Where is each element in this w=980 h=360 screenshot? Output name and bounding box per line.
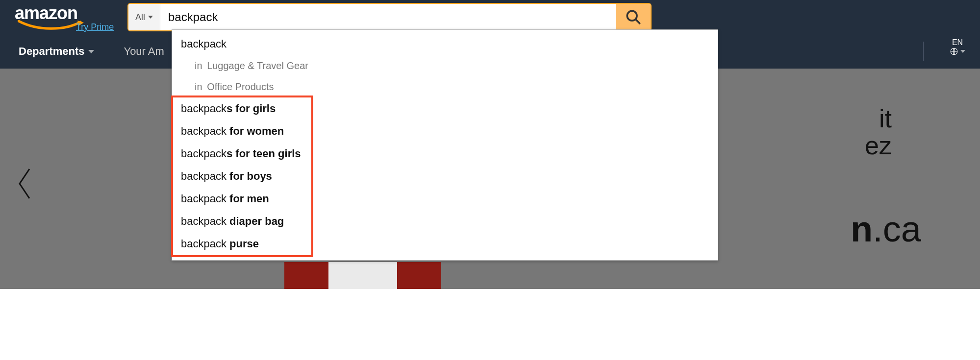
svg-line-1 bbox=[635, 19, 640, 24]
chevron-down-icon bbox=[148, 16, 153, 19]
hero-brand-logo: n.ca bbox=[851, 208, 921, 250]
amazon-logo[interactable]: amazon Try Prime bbox=[15, 2, 127, 32]
hero-product-thumb bbox=[284, 262, 328, 289]
autocomplete-prefix: backpack bbox=[181, 192, 226, 205]
autocomplete-suffix: s for teen girls bbox=[226, 147, 301, 160]
autocomplete-item[interactable]: backpack bbox=[172, 33, 718, 55]
hero-headline: it ez bbox=[865, 105, 892, 159]
globe-icon bbox=[950, 47, 958, 56]
autocomplete-suffix: for boys bbox=[226, 170, 272, 182]
autocomplete-prefix: backpack bbox=[181, 125, 226, 137]
search-icon bbox=[625, 9, 642, 25]
autocomplete-prefix: backpack bbox=[181, 215, 226, 227]
autocomplete-suggestion-item[interactable]: backpack diaper bag bbox=[172, 210, 718, 233]
autocomplete-category-name: Luggage & Travel Gear bbox=[207, 60, 308, 71]
hero-product-thumb bbox=[328, 262, 397, 289]
autocomplete-suggestion-item[interactable]: backpack purse bbox=[172, 233, 718, 255]
try-prime-link[interactable]: Try Prime bbox=[76, 22, 127, 32]
your-amazon-link[interactable]: Your Am bbox=[124, 45, 164, 58]
autocomplete-prefix: backpack bbox=[181, 147, 226, 160]
search-button[interactable] bbox=[616, 4, 651, 30]
departments-menu[interactable]: Departments bbox=[19, 45, 94, 58]
search-input[interactable] bbox=[160, 4, 616, 30]
autocomplete-suggestion-item[interactable]: backpacks for girls bbox=[172, 97, 718, 120]
autocomplete-suggestion-item[interactable]: backpack for men bbox=[172, 188, 718, 210]
search-autocomplete-dropdown: backpack in Luggage & Travel Gearin Offi… bbox=[172, 29, 718, 261]
autocomplete-prefix: backpack bbox=[181, 102, 226, 115]
autocomplete-in-label: in bbox=[195, 60, 205, 71]
autocomplete-top-match: backpack bbox=[181, 38, 226, 50]
autocomplete-suggestion-item[interactable]: backpack for women bbox=[172, 120, 718, 143]
autocomplete-suffix: for women bbox=[226, 125, 284, 137]
autocomplete-suffix: purse bbox=[226, 238, 259, 250]
hero-line-2: ez bbox=[865, 132, 892, 159]
language-selector[interactable]: EN bbox=[950, 38, 965, 56]
autocomplete-suggestion-item[interactable]: backpack for boys bbox=[172, 165, 718, 188]
language-code: EN bbox=[952, 38, 963, 47]
carousel-prev-button[interactable] bbox=[15, 167, 34, 203]
chevron-down-icon bbox=[960, 50, 965, 53]
autocomplete-suffix: for men bbox=[226, 192, 269, 205]
autocomplete-suffix: s for girls bbox=[226, 102, 276, 115]
autocomplete-category-item[interactable]: in Office Products bbox=[172, 76, 718, 97]
autocomplete-prefix: backpack bbox=[181, 170, 226, 182]
hero-line-1: it bbox=[865, 105, 892, 132]
autocomplete-category-name: Office Products bbox=[207, 81, 274, 92]
search-bar: All bbox=[127, 3, 652, 31]
autocomplete-prefix: backpack bbox=[181, 238, 226, 250]
autocomplete-category-item[interactable]: in Luggage & Travel Gear bbox=[172, 55, 718, 76]
hero-product-thumb bbox=[397, 262, 441, 289]
logo-text: amazon bbox=[15, 4, 127, 22]
autocomplete-in-label: in bbox=[195, 81, 205, 92]
chevron-down-icon bbox=[88, 50, 94, 53]
search-category-dropdown[interactable]: All bbox=[128, 4, 160, 30]
departments-label: Departments bbox=[19, 45, 84, 58]
autocomplete-suggestion-item[interactable]: backpacks for teen girls bbox=[172, 143, 718, 165]
hero-brand-domain: .ca bbox=[873, 209, 921, 249]
divider bbox=[923, 42, 924, 61]
chevron-left-icon bbox=[15, 167, 34, 201]
autocomplete-suffix: diaper bag bbox=[226, 215, 284, 227]
search-category-label: All bbox=[135, 12, 145, 23]
hero-brand-frag: n bbox=[851, 209, 873, 249]
